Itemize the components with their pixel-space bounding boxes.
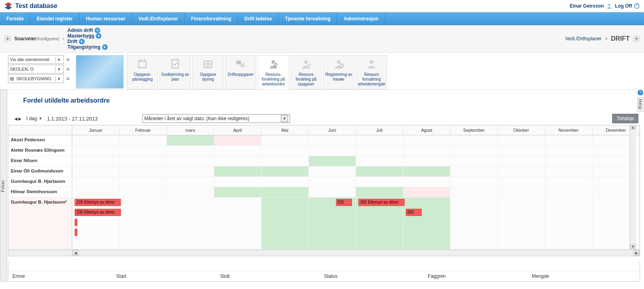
scroll-up-icon[interactable]: ▲ (630, 125, 636, 130)
timeline-cell[interactable] (309, 166, 356, 176)
grid-column-header[interactable]: Status (324, 273, 428, 279)
grid-column-header[interactable]: Emne (12, 273, 116, 279)
scroll-down-icon[interactable]: ▼ (630, 244, 636, 249)
gear-icon[interactable] (633, 35, 640, 42)
timeline-cell[interactable] (403, 187, 451, 197)
task-bar[interactable]: 228 Ettersyn av dörer (75, 199, 121, 206)
timeline-cell[interactable] (214, 146, 262, 156)
timeline-cell[interactable] (261, 166, 309, 176)
timeline-cell[interactable] (120, 166, 167, 176)
task-bar[interactable]: 230 Ettersyn av dörer (75, 209, 121, 216)
ribbon-button[interactable]: Ressurs fordeling på oppgaver (290, 55, 322, 89)
snarveier-label[interactable]: Snarveier(Konfigurere) (14, 36, 59, 42)
filter-select-school[interactable]: SKOLEN, O▾ (8, 65, 64, 73)
timeline-cell[interactable] (167, 187, 214, 197)
help-icon[interactable]: ? (638, 90, 643, 95)
list-icon[interactable]: ≡ (66, 66, 69, 72)
timeline-cell[interactable] (450, 177, 498, 187)
timeline-cell[interactable] (72, 166, 120, 176)
timeline-cell[interactable] (498, 135, 545, 145)
timeline-cell[interactable] (214, 198, 262, 249)
timeline-cell[interactable] (72, 146, 120, 156)
grid-column-header[interactable]: Faggren (428, 273, 531, 279)
ribbon-button[interactable]: Ressurs- fordelning på arbeidsordre (258, 55, 289, 89)
timeline-cell[interactable] (120, 177, 167, 187)
timeline-cell[interactable] (498, 146, 545, 156)
filter-panel-tab[interactable]: Filter (0, 90, 7, 282)
timeline-cell[interactable] (356, 177, 403, 187)
task-bar[interactable]: 282 Ettersyn av dörer (358, 199, 405, 206)
gear-icon[interactable] (4, 35, 11, 42)
task-bar[interactable] (75, 219, 77, 226)
timeline-cell[interactable] (214, 177, 262, 187)
timeline-cell[interactable] (356, 135, 403, 145)
timeline-cell[interactable] (72, 177, 120, 187)
shortcut-link[interactable]: Masterbygg▾ (67, 33, 107, 39)
ribbon-button[interactable]: Oppgave styring (192, 55, 223, 89)
timeline-cell[interactable] (261, 187, 309, 197)
timeline-cell[interactable] (167, 177, 214, 187)
task-bar[interactable] (75, 229, 77, 236)
timeline-cell[interactable] (545, 156, 593, 166)
today-button[interactable]: I dag▼ (26, 116, 42, 121)
ribbon-button[interactable]: Ressurs forvaltning arbeidsmengde (356, 55, 387, 89)
timeline-cell[interactable] (214, 135, 262, 145)
timeline-cell[interactable] (450, 187, 498, 197)
grid-column-header[interactable]: Mengde (532, 273, 636, 279)
timeline-cell[interactable] (261, 177, 309, 187)
timeline-cell[interactable] (120, 135, 167, 145)
timeline-cell[interactable] (214, 187, 262, 197)
logoff-link[interactable]: Log Off (615, 3, 640, 9)
shortcut-link[interactable]: Admin drift▾ (67, 28, 107, 33)
timeline-cell[interactable] (167, 135, 214, 145)
horizontal-scrollbar[interactable]: ◀ ▶ (8, 249, 640, 256)
grid-column-header[interactable]: Start (116, 273, 220, 279)
timeline-cell[interactable] (545, 187, 593, 197)
timeline-cell[interactable] (498, 187, 545, 197)
timeline-cell[interactable] (545, 135, 593, 145)
shortcut-link[interactable]: Drift▾ (67, 39, 107, 44)
task-bar[interactable]: 283 (406, 209, 422, 216)
list-icon[interactable]: ≡ (66, 57, 69, 62)
timeline-cell[interactable] (309, 156, 356, 166)
timeline-cell[interactable] (498, 177, 545, 187)
timeline-cell[interactable] (545, 198, 593, 249)
menu-item[interactable]: Forside (0, 13, 30, 25)
ribbon-button[interactable]: Driftsoppgaver (225, 55, 256, 89)
timeline-cell[interactable] (545, 146, 593, 156)
timeline-cell[interactable] (72, 156, 120, 166)
prev-arrow-icon[interactable]: ◀ (14, 117, 18, 121)
menu-item[interactable]: Administrasjon (337, 13, 385, 25)
vertical-scrollbar[interactable]: ▲ ▼ (630, 125, 636, 249)
ribbon-button[interactable]: Godkjenning av plan (160, 55, 191, 89)
timeline-cell[interactable] (450, 198, 498, 249)
filter-select-properties[interactable]: Vis alle eiendommer▾ (8, 55, 64, 64)
timeline-cell[interactable] (120, 146, 167, 156)
timeline-cell[interactable] (356, 146, 403, 156)
timeline-cell[interactable] (167, 156, 214, 166)
timeline-cell[interactable] (309, 187, 356, 197)
timeline-cell[interactable] (403, 135, 451, 145)
timeline-cell[interactable] (309, 177, 356, 187)
menu-item[interactable]: Eiendel register (30, 13, 79, 25)
timeline-cell[interactable] (167, 166, 214, 176)
ribbon-button[interactable]: Oppgave- planlegging (127, 55, 158, 89)
timeline-cell[interactable] (498, 156, 545, 166)
timeline-cell[interactable] (356, 156, 403, 166)
tidslinje-button[interactable]: Tidslinje (612, 114, 638, 123)
timeline-cell[interactable] (167, 146, 214, 156)
timeline-cell[interactable] (356, 187, 403, 197)
timeline-view-select[interactable]: Måneder i året av valgt dato. (Kan ikke … (142, 114, 290, 123)
timeline-cell[interactable] (403, 177, 451, 187)
menu-item[interactable]: Finansforvaltning (185, 13, 238, 25)
timeline-cell[interactable] (309, 146, 356, 156)
timeline-cell[interactable] (545, 177, 593, 187)
menu-item[interactable]: Drift ledelse (238, 13, 279, 25)
timeline-cell[interactable] (261, 146, 309, 156)
timeline-cell[interactable] (545, 166, 593, 176)
timeline-cell[interactable] (403, 146, 451, 156)
timeline-cell[interactable] (450, 156, 498, 166)
timeline-cell[interactable] (450, 146, 498, 156)
shortcut-link[interactable]: Tilgangstyring▾ (67, 44, 107, 50)
next-arrow-icon[interactable]: ▶ (18, 117, 22, 121)
